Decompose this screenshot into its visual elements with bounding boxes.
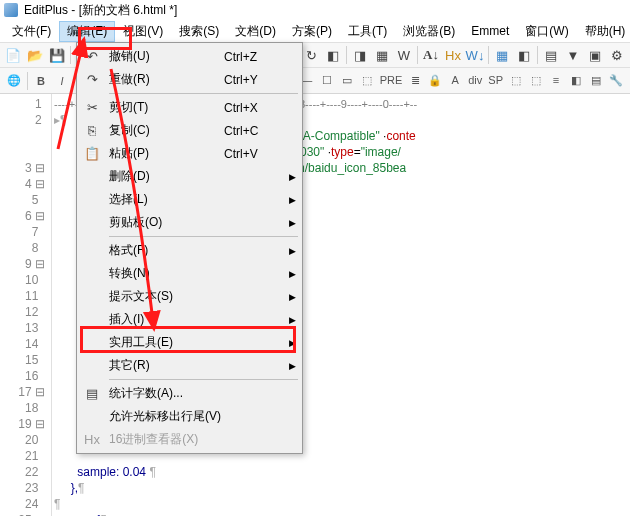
line-number: 17 ⊟ [0,384,45,400]
separator [27,72,28,90]
line-number: 7 [0,224,45,240]
format-button[interactable]: SP [485,70,506,90]
format-button[interactable]: ≡ [546,70,566,90]
menu-item[interactable]: 方案(P) [284,21,340,42]
submenu-arrow-icon: ▶ [284,292,300,302]
format-button[interactable]: ⬚ [506,71,526,91]
line-number: 9 ⊟ [0,256,45,272]
toolbar-icon[interactable]: ▣ [584,44,606,66]
separator [346,46,347,64]
menu-entry[interactable]: ⎘复制(C)Ctrl+C [79,119,300,142]
menu-entry-icon: ↷ [79,72,105,87]
toolbar-icon[interactable]: A↓ [420,44,442,66]
toolbar-icon[interactable]: ◧ [322,44,344,66]
toolbar-icon[interactable]: W↓ [464,44,486,66]
toolbar-icon[interactable]: ◧ [513,44,535,66]
menu-entry[interactable]: ↶撤销(U)Ctrl+Z [79,45,300,68]
menu-entry-shortcut: Ctrl+Z [224,50,284,64]
toolbar-icon[interactable]: W [393,44,415,66]
menu-item[interactable]: 窗口(W) [517,21,576,42]
format-button[interactable]: 🔒 [425,71,445,91]
format-button[interactable]: ⬚ [357,71,377,91]
menu-entry[interactable]: 允许光标移出行尾(V) [79,405,300,428]
toolbar-icon[interactable]: ◨ [349,44,371,66]
toolbar-icon[interactable]: ▼ [562,44,584,66]
menu-item[interactable]: 文件(F) [4,21,59,42]
line-number: 19 ⊟ [0,416,45,432]
menu-item[interactable]: 浏览器(B) [395,21,463,42]
line-number: 12 [0,304,45,320]
menu-item[interactable]: 编辑(E) [59,21,115,42]
toolbar-icon[interactable]: Hx [442,44,464,66]
menu-separator [109,379,298,380]
line-number: 20 [0,432,45,448]
menu-entry-shortcut: Ctrl+Y [224,73,284,87]
toolbar-icon[interactable]: ▤ [540,44,562,66]
menu-item[interactable]: 视图(V) [115,21,171,42]
format-button[interactable]: ☐ [317,71,337,91]
submenu-arrow-icon: ▶ [284,218,300,228]
format-button[interactable]: div [465,70,485,90]
italic-button[interactable]: I [52,71,72,91]
separator [537,46,538,64]
line-number: 24 [0,496,45,512]
menu-entry[interactable]: 提示文本(S)▶ [79,285,300,308]
menu-entry-label: 实用工具(E) [105,334,224,351]
menu-item[interactable]: Emmet [463,22,517,40]
menu-entry[interactable]: 转换(N)▶ [79,262,300,285]
separator [417,46,418,64]
menu-entry[interactable]: 选择(L)▶ [79,188,300,211]
menu-entry-label: 其它(R) [105,357,224,374]
line-number: 8 [0,240,45,256]
menu-entry[interactable]: ↷重做(R)Ctrl+Y [79,68,300,91]
code-line: ¶ [54,496,630,512]
menu-entry[interactable]: 剪贴板(O)▶ [79,211,300,234]
browser-icon[interactable]: 🌐 [4,71,24,91]
toolbar-icon[interactable]: ⚙ [606,44,628,66]
toolbar-icon[interactable]: ▦ [491,44,513,66]
menu-entry[interactable]: ✂剪切(T)Ctrl+X [79,96,300,119]
menu-entry-label: 撤销(U) [105,48,224,65]
line-number: 11 [0,288,45,304]
new-file-icon[interactable]: 📄 [2,44,24,66]
toolbar-icon[interactable]: ▦ [371,44,393,66]
menu-entry[interactable]: 插入(I)▶ [79,308,300,331]
submenu-arrow-icon: ▶ [284,172,300,182]
title-bar: EditPlus - [新的文档 6.html *] [0,0,630,20]
menu-entry-label: 选择(L) [105,191,224,208]
menu-entry-label: 16进制查看器(X) [105,431,224,448]
menu-item[interactable]: 工具(T) [340,21,395,42]
bold-button[interactable]: B [31,71,51,91]
menu-entry[interactable]: 格式(F)▶ [79,239,300,262]
menu-item[interactable]: 文档(D) [227,21,284,42]
toolbar-icon[interactable]: ↻ [300,44,322,66]
submenu-arrow-icon: ▶ [284,361,300,371]
separator [70,46,71,64]
menu-entry: Hx16进制查看器(X) [79,428,300,451]
menu-entry-shortcut: Ctrl+V [224,147,284,161]
format-button[interactable]: ⬚ [526,71,546,91]
menu-entry-label: 格式(F) [105,242,224,259]
window-title: EditPlus - [新的文档 6.html *] [24,2,177,19]
line-number: 16 [0,368,45,384]
menu-entry[interactable]: 实用工具(E)▶ [79,331,300,354]
line-gutter: 1 2 3 ⊟4 ⊟5 6 ⊟7 8 9 ⊟10 11 12 13 14 15 … [0,94,52,516]
menu-entry-icon: ▤ [79,386,105,401]
format-button[interactable]: A [445,70,465,90]
format-button[interactable]: ▤ [586,71,606,91]
menu-entry-label: 复制(C) [105,122,224,139]
menu-entry[interactable]: 删除(D)▶ [79,165,300,188]
menu-entry[interactable]: ▤统计字数(A)... [79,382,300,405]
menu-entry-label: 允许光标移出行尾(V) [105,408,224,425]
format-button[interactable]: 🔧 [606,71,626,91]
format-button[interactable]: PRE [377,70,406,90]
menu-entry[interactable]: 📋粘贴(P)Ctrl+V [79,142,300,165]
open-file-icon[interactable]: 📂 [24,44,46,66]
format-button[interactable]: ≣ [405,71,425,91]
menu-entry[interactable]: 其它(R)▶ [79,354,300,377]
save-icon[interactable]: 💾 [46,44,68,66]
menu-item[interactable]: 搜索(S) [171,21,227,42]
menu-item[interactable]: 帮助(H) [577,21,630,42]
format-button[interactable]: ◧ [566,71,586,91]
format-button[interactable]: ▭ [337,71,357,91]
